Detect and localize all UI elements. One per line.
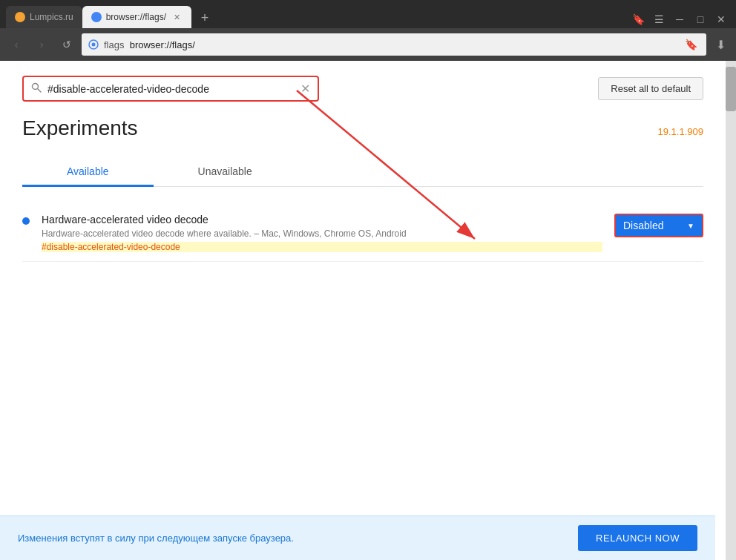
- feature-info: Hardware-accelerated video decode Hardwa…: [42, 214, 602, 252]
- relaunch-now-button[interactable]: RELAUNCH NOW: [578, 525, 697, 551]
- scrollbar-thumb[interactable]: [726, 67, 736, 111]
- minimize-button[interactable]: ─: [671, 10, 689, 28]
- restore-button[interactable]: □: [691, 10, 709, 28]
- address-bar-row: ‹ › ↺ flags browser://flags/ 🔖 ⬇: [0, 28, 736, 61]
- close-button[interactable]: ✕: [712, 10, 730, 28]
- experiments-header: Experiments 19.1.1.909: [22, 116, 703, 140]
- tab-available[interactable]: Available: [22, 158, 154, 187]
- forward-button[interactable]: ›: [31, 34, 52, 55]
- svg-line-3: [38, 89, 41, 92]
- new-tab-button[interactable]: +: [194, 7, 215, 28]
- svg-point-1: [92, 43, 96, 47]
- relaunch-message: Изменения вступят в силу при следующем з…: [18, 533, 294, 544]
- feature-dot: [22, 217, 30, 225]
- tab-unavailable[interactable]: Unavailable: [154, 158, 297, 187]
- flags-tab-label: browser://flags/: [106, 12, 166, 22]
- tab-flags[interactable]: browser://flags/ ✕: [82, 6, 191, 28]
- bottom-bar: Изменения вступят в силу при следующем з…: [0, 515, 715, 560]
- reset-all-button[interactable]: Reset all to default: [598, 77, 703, 100]
- select-arrow-icon: ▼: [687, 222, 694, 230]
- flags-tab-icon: [91, 12, 102, 22]
- address-box[interactable]: flags browser://flags/ 🔖: [82, 33, 706, 56]
- feature-item: Hardware-accelerated video decode Hardwa…: [22, 205, 703, 262]
- experiments-tabs: Available Unavailable: [22, 158, 703, 187]
- tab-bar: Lumpics.ru browser://flags/ ✕ + 🔖 ☰ ─ □ …: [0, 0, 736, 28]
- feature-name: Hardware-accelerated video decode: [42, 214, 602, 225]
- download-icon[interactable]: ⬇: [711, 35, 730, 54]
- address-text: flags browser://flags/: [104, 39, 677, 50]
- lumpics-tab-label: Lumpics.ru: [30, 12, 73, 22]
- flags-icon: [88, 39, 99, 50]
- svg-point-2: [33, 84, 39, 90]
- feature-flag: #disable-accelerated-video-decode: [42, 242, 602, 252]
- browser-content: ✕ Reset all to default Experiments 19.1.…: [0, 61, 736, 560]
- search-row: ✕ Reset all to default: [22, 76, 703, 102]
- search-box: ✕: [22, 76, 319, 102]
- address-flags-prefix: flags: [104, 39, 130, 50]
- address-bookmark-icon[interactable]: 🔖: [681, 35, 700, 54]
- menu-icon[interactable]: ☰: [650, 10, 668, 28]
- scrollbar-right[interactable]: [726, 61, 736, 560]
- lumpics-tab-icon: [15, 12, 25, 22]
- search-clear-icon[interactable]: ✕: [300, 82, 310, 96]
- disabled-select[interactable]: Disabled ▼: [614, 214, 703, 237]
- search-icon: [31, 82, 42, 95]
- disabled-label: Disabled: [623, 220, 663, 231]
- window-controls: 🔖 ☰ ─ □ ✕: [629, 10, 736, 28]
- flags-page: ✕ Reset all to default Experiments 19.1.…: [0, 61, 726, 560]
- experiments-title: Experiments: [22, 116, 138, 140]
- search-input[interactable]: [47, 83, 295, 95]
- back-button[interactable]: ‹: [6, 34, 27, 55]
- bookmark-manager-icon[interactable]: 🔖: [629, 10, 647, 28]
- page-content: ✕ Reset all to default Experiments 19.1.…: [0, 61, 726, 560]
- address-url: browser://flags/: [130, 39, 195, 50]
- version-text: 19.1.1.909: [658, 126, 703, 137]
- feature-description: Hardware-accelerated video decode where …: [42, 228, 602, 239]
- feature-control: Disabled ▼: [614, 214, 703, 237]
- tab-lumpics[interactable]: Lumpics.ru: [6, 6, 82, 28]
- flags-tab-close[interactable]: ✕: [171, 11, 183, 23]
- browser-chrome: Lumpics.ru browser://flags/ ✕ + 🔖 ☰ ─ □ …: [0, 0, 736, 61]
- refresh-button[interactable]: ↺: [56, 34, 77, 55]
